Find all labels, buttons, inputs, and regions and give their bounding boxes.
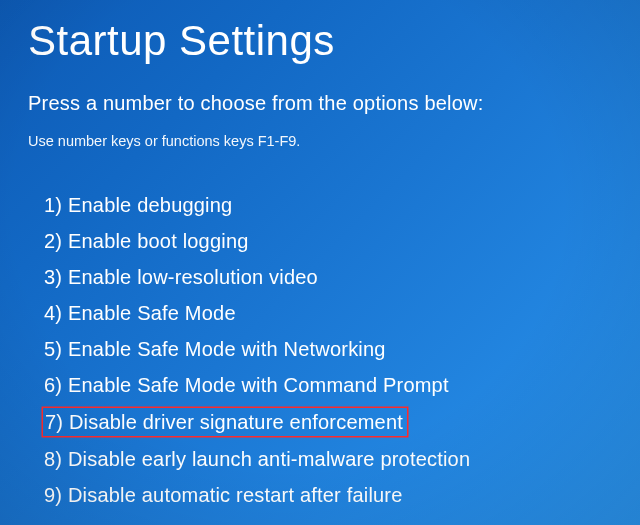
- hint-text: Use number keys or functions keys F1-F9.: [28, 133, 640, 149]
- option-1[interactable]: 1) Enable debugging: [42, 191, 234, 219]
- option-5[interactable]: 5) Enable Safe Mode with Networking: [42, 335, 388, 363]
- options-list: 1) Enable debugging2) Enable boot loggin…: [28, 191, 640, 509]
- option-4[interactable]: 4) Enable Safe Mode: [42, 299, 238, 327]
- option-3[interactable]: 3) Enable low-resolution video: [42, 263, 320, 291]
- page-title: Startup Settings: [28, 18, 640, 64]
- startup-settings-screen: Startup Settings Press a number to choos…: [0, 0, 640, 509]
- option-8[interactable]: 8) Disable early launch anti-malware pro…: [42, 445, 472, 473]
- option-7[interactable]: 7) Disable driver signature enforcement: [42, 407, 408, 437]
- option-6[interactable]: 6) Enable Safe Mode with Command Prompt: [42, 371, 451, 399]
- option-2[interactable]: 2) Enable boot logging: [42, 227, 251, 255]
- option-9[interactable]: 9) Disable automatic restart after failu…: [42, 481, 405, 509]
- instruction-text: Press a number to choose from the option…: [28, 92, 640, 115]
